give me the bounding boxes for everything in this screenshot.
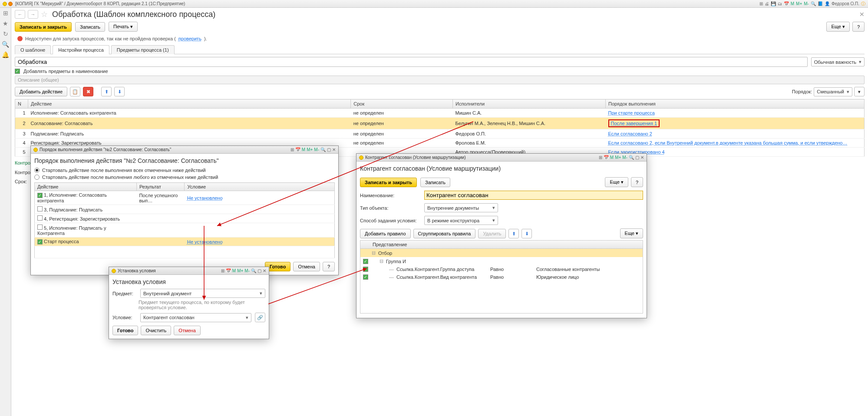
app-title: [КОПИЯ] ГК "Меркурий" / Документооборот … bbox=[15, 1, 759, 6]
m-icon[interactable]: M bbox=[791, 1, 794, 6]
zoom-icon[interactable]: 🔍 bbox=[811, 1, 816, 6]
info-icon[interactable]: ⓘ bbox=[861, 1, 865, 7]
user-icon[interactable]: 👤 bbox=[825, 1, 830, 6]
m-plus-icon[interactable]: M+ bbox=[796, 1, 802, 6]
toolbar-icon[interactable]: ⊞ bbox=[759, 1, 763, 6]
user-name[interactable]: Федоров О.П. bbox=[832, 1, 859, 6]
m-minus-icon[interactable]: M- bbox=[804, 1, 809, 6]
app-titlebar: [КОПИЯ] ГК "Меркурий" / Документооборот … bbox=[0, 0, 868, 8]
save-icon[interactable]: 💾 bbox=[771, 1, 776, 6]
book-icon[interactable]: 📘 bbox=[818, 1, 823, 6]
print-icon[interactable]: 🖨 bbox=[765, 1, 769, 6]
app-icon-1c bbox=[3, 2, 7, 6]
calendar-icon[interactable]: 📅 bbox=[784, 1, 789, 6]
app-icon-orange bbox=[8, 2, 13, 6]
calc-icon[interactable]: 🗂 bbox=[778, 1, 782, 6]
